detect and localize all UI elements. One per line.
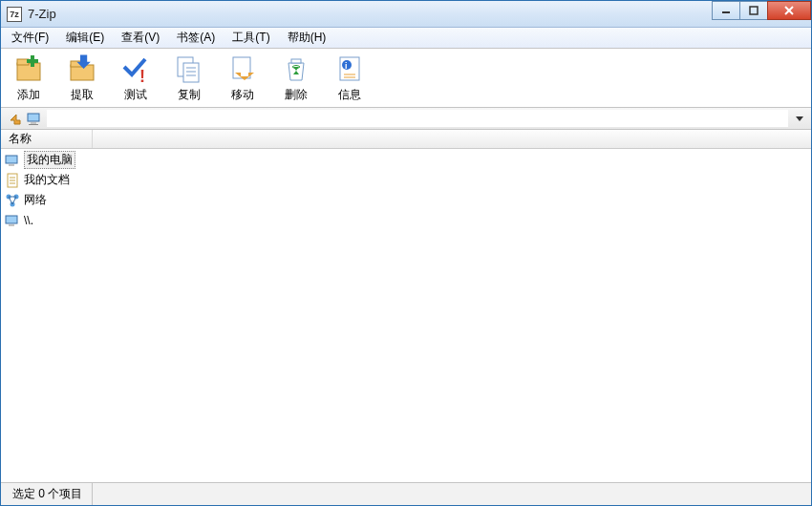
move-icon (227, 53, 258, 84)
address-input[interactable] (47, 110, 788, 127)
toolbar: 添加 提取 ! 测试 复制 移动 删除 i 信息 (1, 49, 811, 108)
menu-help[interactable]: 帮助(H) (279, 28, 335, 48)
extract-icon (67, 53, 97, 84)
delete-label: 删除 (285, 87, 308, 103)
list-item[interactable]: 网络 (1, 190, 811, 210)
svg-rect-42 (6, 216, 17, 223)
status-bar: 选定 0 个项目 (1, 482, 811, 505)
computer-icon (5, 213, 20, 228)
computer-icon[interactable] (24, 110, 43, 127)
maximize-button[interactable] (739, 1, 768, 20)
svg-rect-19 (291, 59, 301, 63)
list-item[interactable]: 我的文档 (1, 170, 811, 190)
svg-rect-13 (183, 63, 199, 82)
status-selection: 选定 0 个项目 (7, 483, 93, 505)
delete-icon (281, 53, 311, 84)
menu-file[interactable]: 文件(F) (3, 28, 57, 48)
title-bar: 7z 7-Zip (1, 1, 811, 28)
svg-text:!: ! (139, 67, 145, 84)
column-name[interactable]: 名称 (1, 130, 93, 148)
menu-bookmarks[interactable]: 书签(A) (168, 28, 224, 48)
svg-rect-43 (9, 224, 14, 226)
menu-edit[interactable]: 编辑(E) (57, 28, 113, 48)
svg-rect-1 (750, 7, 758, 14)
extract-button[interactable]: 提取 (60, 52, 104, 105)
computer-icon (5, 153, 20, 168)
test-icon: ! (120, 53, 151, 84)
column-header: 名称 (1, 130, 811, 149)
info-label: 信息 (338, 87, 361, 103)
extract-label: 提取 (71, 87, 94, 103)
copy-icon (174, 53, 204, 84)
list-item-label: 网络 (24, 192, 47, 208)
menu-tools[interactable]: 工具(T) (224, 28, 278, 48)
svg-text:i: i (345, 61, 348, 71)
window-title: 7-Zip (28, 7, 56, 21)
test-label: 测试 (124, 87, 147, 103)
add-label: 添加 (17, 87, 40, 103)
copy-label: 复制 (178, 87, 201, 103)
close-button[interactable] (767, 1, 811, 20)
menu-bar: 文件(F) 编辑(E) 查看(V) 书签(A) 工具(T) 帮助(H) (1, 28, 811, 49)
app-icon: 7z (7, 7, 22, 22)
svg-rect-27 (31, 122, 36, 124)
window-controls (713, 1, 811, 20)
up-button[interactable] (5, 110, 24, 127)
svg-rect-7 (27, 59, 38, 63)
info-icon: i (334, 53, 365, 84)
list-item-label: \\. (24, 214, 33, 227)
copy-button[interactable]: 复制 (167, 52, 211, 105)
add-icon (13, 53, 44, 84)
svg-rect-26 (28, 114, 39, 121)
delete-button[interactable]: 删除 (274, 52, 318, 105)
list-item[interactable]: 我的电脑 (1, 150, 811, 170)
list-item-label: 我的电脑 (24, 151, 75, 169)
svg-rect-28 (29, 124, 38, 125)
svg-rect-30 (6, 156, 17, 163)
move-label: 移动 (231, 87, 254, 103)
test-button[interactable]: ! 测试 (114, 52, 158, 105)
address-dropdown[interactable] (792, 110, 807, 127)
move-button[interactable]: 移动 (221, 52, 265, 105)
svg-rect-4 (17, 63, 40, 80)
menu-view[interactable]: 查看(V) (113, 28, 168, 48)
info-button[interactable]: i 信息 (328, 52, 372, 105)
file-list[interactable]: 我的电脑 我的文档 网络 \\. (1, 149, 811, 482)
list-item[interactable]: \\. (1, 210, 811, 230)
add-button[interactable]: 添加 (7, 52, 51, 105)
svg-rect-31 (9, 164, 14, 166)
list-item-label: 我的文档 (24, 172, 70, 188)
minimize-button[interactable] (712, 1, 740, 20)
svg-marker-29 (796, 116, 803, 121)
document-icon (5, 173, 20, 188)
address-bar (1, 108, 811, 130)
svg-rect-17 (233, 57, 250, 78)
network-icon (5, 193, 20, 208)
